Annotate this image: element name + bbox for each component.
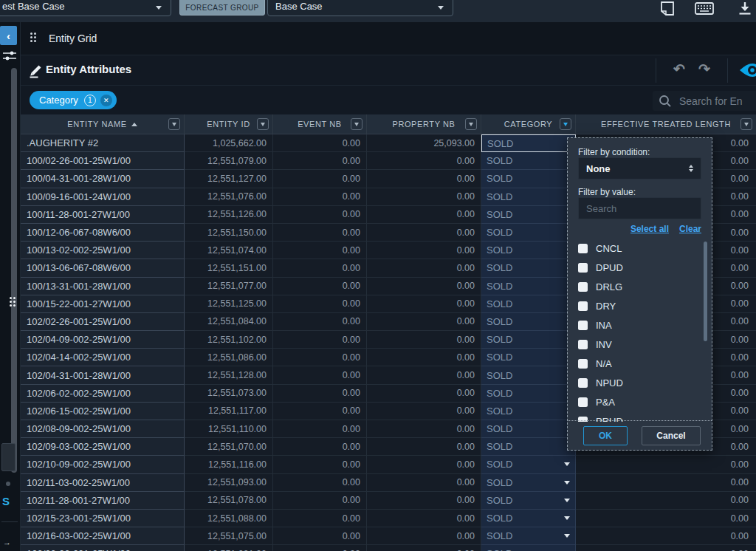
cell-event-nb[interactable]: 0.00 (273, 188, 367, 206)
checkbox[interactable] (578, 378, 588, 388)
cell-property-nb[interactable]: 0.00 (367, 420, 481, 438)
category-dropdown-arrow-icon[interactable] (564, 481, 570, 485)
cell-entity-id[interactable]: 12,551,091.00 (185, 545, 273, 551)
cell-event-nb[interactable]: 0.00 (273, 242, 367, 259)
cell-entity-name[interactable]: 100/12-06-067-08W6/00 (21, 224, 185, 242)
column-filter-button[interactable] (351, 118, 362, 130)
cell-effective-treated-length[interactable]: 0.00 (576, 527, 756, 545)
cell-entity-name[interactable]: 102/09-03-002-25W1/00 (21, 438, 185, 456)
cell-entity-name[interactable]: 102/06-15-002-25W1/00 (21, 403, 185, 420)
cell-property-nb[interactable]: 0.00 (367, 545, 481, 551)
cell-entity-id[interactable]: 12,551,102.00 (185, 331, 273, 349)
column-filter-button[interactable] (465, 118, 477, 130)
cell-entity-id[interactable]: 12,551,127.00 (185, 170, 273, 188)
cell-property-nb[interactable]: 0.00 (367, 474, 481, 492)
cell-property-nb[interactable]: 0.00 (367, 206, 481, 224)
filter-value-search-input[interactable] (578, 197, 701, 219)
cell-event-nb[interactable]: 0.00 (273, 259, 367, 277)
cell-category[interactable]: SOLD (481, 313, 576, 331)
cell-category[interactable]: SOLD (481, 403, 576, 420)
column-header-category[interactable]: CATEGORY (481, 114, 576, 134)
cell-property-nb[interactable]: 0.00 (367, 492, 481, 510)
cell-property-nb[interactable]: 0.00 (367, 242, 481, 259)
cell-category[interactable]: SOLD (481, 474, 576, 492)
cell-category[interactable]: SOLD (481, 152, 576, 170)
cell-effective-treated-length[interactable]: 0.00 (576, 456, 756, 473)
cell-entity-name[interactable]: 102/11-28-001-27W1/00 (21, 492, 185, 510)
panel-scrollbar[interactable] (11, 68, 17, 473)
cell-entity-name[interactable]: 100/13-06-067-08W6/00 (21, 259, 185, 277)
cell-category[interactable]: SOLD (481, 527, 576, 545)
cell-property-nb[interactable]: 0.00 (367, 188, 481, 206)
cell-effective-treated-length[interactable]: 0.00 (576, 474, 756, 492)
cell-entity-id[interactable]: 12,551,125.00 (185, 295, 273, 313)
column-filter-button[interactable] (168, 118, 180, 130)
checkbox[interactable] (578, 359, 588, 369)
cell-entity-name[interactable]: 100/09-16-001-24W1/00 (21, 188, 185, 206)
chip-close-icon[interactable]: ✕ (100, 95, 112, 106)
column-filter-button[interactable] (740, 118, 752, 130)
column-filter-button-active[interactable] (560, 118, 571, 130)
cell-category[interactable]: SOLD (481, 438, 576, 456)
cell-entity-id[interactable]: 12,551,074.00 (185, 242, 273, 259)
cell-event-nb[interactable]: 0.00 (273, 134, 367, 152)
cell-event-nb[interactable]: 0.00 (273, 206, 367, 224)
filter-option[interactable]: INA (578, 315, 696, 335)
cell-property-nb[interactable]: 25,093.00 (367, 134, 481, 152)
cell-category[interactable]: SOLD (481, 331, 576, 349)
column-header-property-nb[interactable]: PROPERTY NB (367, 114, 481, 134)
cell-entity-id[interactable]: 12,551,117.00 (185, 403, 273, 420)
cell-event-nb[interactable]: 0.00 (273, 510, 367, 527)
copy-page-icon[interactable] (659, 1, 677, 18)
cell-entity-name[interactable]: 102/04-31-001-28W1/00 (21, 366, 185, 384)
filter-option[interactable]: NPUD (578, 373, 696, 392)
cell-property-nb[interactable]: 0.00 (367, 259, 481, 277)
checkbox[interactable] (578, 301, 588, 311)
download-icon[interactable] (737, 1, 755, 18)
cell-category[interactable]: SOLD (481, 349, 576, 366)
entity-search-input[interactable] (678, 95, 756, 108)
cell-entity-name[interactable]: 100/13-02-002-25W1/00 (21, 242, 185, 259)
case-dropdown[interactable]: Base Case (267, 0, 453, 16)
cell-effective-treated-length[interactable]: 0.00 (576, 492, 756, 510)
checkbox[interactable] (578, 244, 588, 253)
column-header-event-nb[interactable]: EVENT NB (273, 114, 367, 134)
checkbox[interactable] (578, 397, 588, 407)
cell-category[interactable]: SOLD (481, 242, 576, 259)
clear-link[interactable]: Clear (679, 224, 701, 234)
cell-category[interactable]: SOLD (481, 278, 576, 295)
select-all-link[interactable]: Select all (630, 224, 669, 234)
cell-property-nb[interactable]: 0.00 (367, 331, 481, 349)
cell-event-nb[interactable]: 0.00 (273, 492, 367, 510)
cell-entity-name[interactable]: 100/13-31-001-28W1/00 (21, 278, 185, 295)
cell-property-nb[interactable]: 0.00 (367, 456, 481, 473)
collapse-panel-button[interactable]: ‹ (0, 26, 17, 45)
cell-entity-id[interactable]: 12,551,126.00 (185, 206, 273, 224)
cell-entity-name[interactable]: 102/04-14-002-25W1/00 (21, 349, 185, 366)
filter-option[interactable]: CNCL (578, 239, 696, 258)
cell-category[interactable]: SOLD (481, 170, 576, 188)
cell-entity-name[interactable]: 100/11-28-001-27W1/00 (21, 206, 185, 224)
cell-category[interactable]: SOLD (481, 510, 576, 527)
cell-category[interactable]: SOLD (481, 188, 576, 206)
cell-entity-id[interactable]: 12,551,110.00 (185, 420, 273, 438)
checkbox[interactable] (578, 321, 588, 330)
cell-category[interactable]: SOLD (481, 224, 576, 242)
cell-entity-name[interactable]: 102/16-03-002-25W1/00 (21, 527, 185, 545)
cell-event-nb[interactable]: 0.00 (273, 438, 367, 456)
column-filter-button[interactable] (257, 118, 269, 130)
filter-option[interactable]: DRY (578, 296, 696, 315)
cell-event-nb[interactable]: 0.00 (273, 295, 367, 313)
cell-entity-id[interactable]: 12,551,079.00 (185, 152, 273, 170)
cell-property-nb[interactable]: 0.00 (367, 438, 481, 456)
cell-category[interactable]: SOLD (481, 134, 576, 152)
cell-entity-id[interactable]: 12,551,084.00 (185, 313, 273, 331)
filter-option[interactable]: P&A (578, 392, 696, 411)
cell-category[interactable]: SOLD (481, 295, 576, 313)
condition-select[interactable]: None (578, 157, 701, 179)
checkbox[interactable] (578, 282, 588, 292)
column-header-effective-treated-length[interactable]: EFFECTIVE TREATED LENGTH (576, 114, 756, 134)
keyboard-icon[interactable] (695, 1, 712, 18)
cell-property-nb[interactable]: 0.00 (367, 527, 481, 545)
filter-sliders-icon[interactable] (1, 49, 18, 66)
